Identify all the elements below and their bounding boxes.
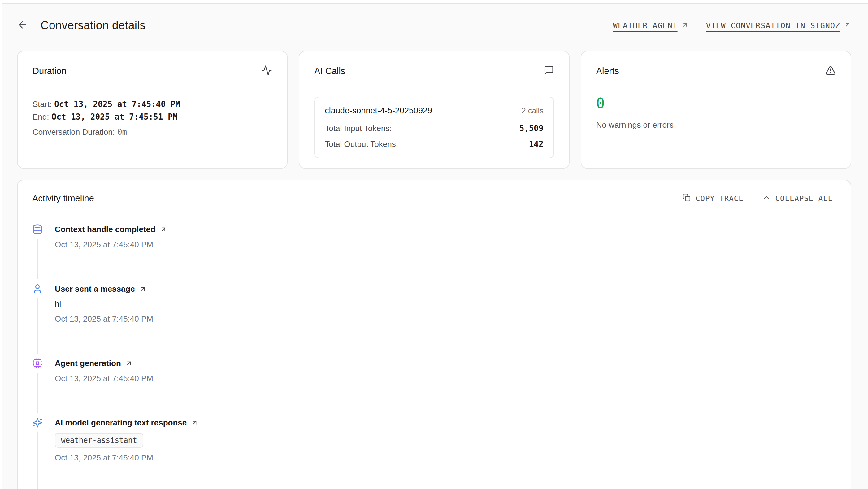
input-tokens-value: 5,509 [519, 124, 543, 133]
start-value: Oct 13, 2025 at 7:45:40 PM [54, 99, 180, 109]
collapse-all-label: COLLAPSE ALL [775, 194, 833, 203]
end-label: End: [32, 112, 49, 121]
timeline-connector [37, 239, 38, 279]
timeline-event-agent-generation: Agent generation Oct 13, 2025 at 7:45:40… [32, 358, 833, 418]
event-message-body: hi [55, 299, 833, 309]
timeline-connector [37, 432, 38, 489]
view-conversation-in-signoz-link[interactable]: VIEW CONVERSATION IN SIGNOZ [706, 21, 851, 30]
collapse-all-button[interactable]: COLLAPSE ALL [762, 193, 833, 204]
alerts-card-title: Alerts [596, 66, 619, 76]
timeline-event-context-handle: Context handle completed Oct 13, 2025 at… [32, 224, 833, 284]
event-timestamp: Oct 13, 2025 at 7:45:40 PM [55, 453, 833, 463]
open-event-icon[interactable] [160, 226, 167, 233]
copy-trace-button[interactable]: COPY TRACE [682, 193, 744, 204]
arrow-up-right-icon [844, 21, 851, 30]
page-header: Conversation details WEATHER AGENT VIEW … [17, 16, 851, 35]
event-timestamp: Oct 13, 2025 at 7:45:40 PM [55, 239, 833, 250]
event-title: Context handle completed [55, 224, 155, 235]
start-label: Start: [32, 99, 52, 109]
activity-timeline-card: Activity timeline COPY TRACE COLLAPSE AL… [17, 180, 851, 489]
page-title: Conversation details [40, 19, 146, 32]
timeline-event-user-message: User sent a message hi Oct 13, 2025 at 7… [32, 284, 833, 358]
message-square-icon [544, 65, 554, 77]
ai-calls-card-title: AI Calls [314, 66, 345, 76]
copy-trace-label: COPY TRACE [695, 194, 744, 203]
model-stats-box: claude-sonnet-4-5-20250929 2 calls Total… [314, 97, 554, 159]
alerts-card: Alerts 0 No warnings or errors [581, 51, 851, 169]
summary-cards: Duration Start:Oct 13, 2025 at 7:45:40 P… [17, 51, 851, 169]
alert-message: No warnings or errors [596, 120, 836, 130]
weather-agent-link-label: WEATHER AGENT [613, 21, 678, 30]
copy-icon [682, 193, 691, 204]
timeline-event-ai-text-response: AI model generating text response weathe… [32, 418, 833, 489]
timeline-connector [37, 373, 38, 413]
weather-agent-link[interactable]: WEATHER AGENT [613, 21, 689, 30]
cpu-icon [32, 358, 43, 369]
event-timestamp: Oct 13, 2025 at 7:45:40 PM [55, 373, 833, 383]
duration-card-title: Duration [32, 66, 67, 76]
database-icon [32, 224, 43, 235]
input-tokens-label: Total Input Tokens: [325, 124, 392, 133]
start-row: Start:Oct 13, 2025 at 7:45:40 PM [32, 99, 272, 109]
event-badge: weather-assistant [55, 433, 143, 448]
end-value: Oct 13, 2025 at 7:45:51 PM [52, 112, 178, 121]
output-tokens-value: 142 [529, 139, 544, 149]
conversation-duration-label: Conversation Duration: [32, 127, 115, 137]
event-title: AI model generating text response [55, 418, 187, 428]
model-call-count: 2 calls [522, 106, 544, 115]
alert-count: 0 [596, 95, 836, 112]
event-timestamp: Oct 13, 2025 at 7:45:40 PM [55, 314, 833, 324]
arrow-up-right-icon [681, 21, 689, 30]
back-button[interactable] [17, 20, 28, 31]
view-conversation-link-label: VIEW CONVERSATION IN SIGNOZ [706, 21, 840, 30]
activity-icon [261, 65, 272, 77]
open-event-icon[interactable] [139, 285, 147, 292]
open-event-icon[interactable] [191, 419, 198, 426]
end-row: End:Oct 13, 2025 at 7:45:51 PM [32, 112, 272, 122]
user-icon [32, 284, 43, 294]
chevron-up-icon [762, 193, 771, 204]
model-name: claude-sonnet-4-5-20250929 [325, 106, 432, 116]
event-title: Agent generation [55, 358, 121, 369]
duration-card: Duration Start:Oct 13, 2025 at 7:45:40 P… [17, 51, 287, 169]
output-tokens-label: Total Output Tokens: [325, 139, 398, 149]
conversation-duration-value: 0m [117, 127, 127, 137]
ai-calls-card: AI Calls claude-sonnet-4-5-20250929 2 ca… [299, 51, 569, 169]
conversation-duration-row: Conversation Duration:0m [32, 127, 272, 137]
content-panel: Conversation details WEATHER AGENT VIEW … [2, 3, 868, 489]
arrow-left-icon [17, 20, 28, 31]
alert-triangle-icon [825, 65, 836, 77]
sparkles-icon [32, 418, 43, 428]
timeline-connector [37, 298, 38, 353]
activity-timeline-title: Activity timeline [32, 193, 94, 204]
event-title: User sent a message [55, 284, 135, 294]
timeline-events: Context handle completed Oct 13, 2025 at… [32, 224, 833, 489]
open-event-icon[interactable] [125, 360, 132, 367]
